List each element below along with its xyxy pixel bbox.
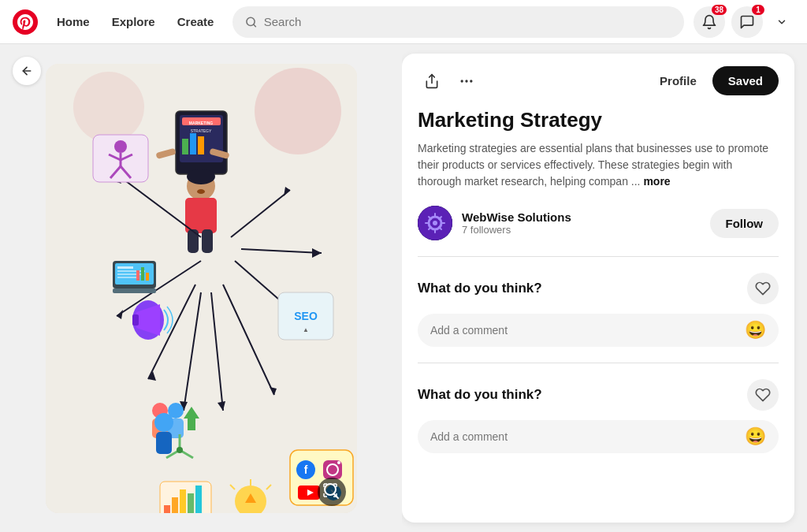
chat-icon bbox=[739, 14, 755, 30]
svg-text:STRATEGY: STRATEGY bbox=[190, 128, 211, 133]
comment-input-1[interactable] bbox=[430, 324, 738, 337]
comment-section-1: What do you think? 😀 bbox=[418, 273, 779, 347]
notification-badge: 38 bbox=[712, 5, 727, 15]
search-input[interactable] bbox=[264, 15, 671, 28]
top-nav: Home Explore Create 38 1 bbox=[0, 0, 807, 44]
comment-title-1: What do you think? bbox=[418, 281, 542, 296]
svg-rect-63 bbox=[172, 497, 178, 513]
heart-button-1[interactable] bbox=[747, 273, 779, 304]
svg-rect-85 bbox=[156, 432, 172, 454]
pin-description-text: Marketing strategies are essential plans… bbox=[418, 142, 768, 188]
chevron-down-icon bbox=[776, 17, 787, 28]
svg-point-103 bbox=[470, 80, 472, 82]
svg-rect-20 bbox=[188, 229, 199, 253]
search-icon bbox=[245, 16, 257, 28]
nav-explore[interactable]: Explore bbox=[102, 9, 165, 35]
svg-rect-54 bbox=[146, 273, 149, 281]
heart-icon-1 bbox=[755, 281, 771, 296]
detail-actions-left bbox=[418, 67, 481, 95]
pin-image-container: MARKETING STRATEGY bbox=[46, 64, 357, 513]
account-chevron[interactable] bbox=[769, 9, 794, 35]
more-dots-icon bbox=[459, 73, 474, 89]
svg-rect-21 bbox=[202, 229, 213, 253]
svg-rect-19 bbox=[185, 198, 217, 233]
svg-point-17 bbox=[197, 189, 205, 194]
svg-point-97 bbox=[318, 478, 346, 506]
emoji-button-2[interactable]: 😀 bbox=[745, 426, 766, 447]
pin-description: Marketing strategies are essential plans… bbox=[418, 140, 779, 190]
svg-rect-48 bbox=[117, 266, 133, 269]
svg-text:MARKETING: MARKETING bbox=[188, 121, 212, 125]
detail-header: Profile Saved bbox=[402, 54, 794, 105]
divider-1 bbox=[418, 256, 779, 257]
comment-input-row-1: 😀 bbox=[418, 314, 779, 347]
marketing-strategy-svg: MARKETING STRATEGY bbox=[46, 64, 357, 513]
search-bar bbox=[232, 6, 684, 38]
heart-button-2[interactable] bbox=[747, 379, 779, 411]
heart-icon-2 bbox=[755, 387, 771, 403]
message-badge: 1 bbox=[752, 5, 764, 15]
svg-rect-12 bbox=[190, 133, 196, 154]
svg-rect-11 bbox=[182, 139, 188, 154]
notifications-button[interactable]: 38 bbox=[694, 6, 725, 38]
svg-point-4 bbox=[255, 68, 341, 154]
follow-button[interactable]: Follow bbox=[710, 209, 779, 238]
author-avatar bbox=[418, 206, 452, 240]
svg-rect-64 bbox=[180, 489, 186, 513]
detail-actions-right: Profile Saved bbox=[650, 66, 779, 95]
main-content: MARKETING STRATEGY bbox=[0, 44, 807, 532]
back-button[interactable] bbox=[13, 57, 41, 85]
svg-point-101 bbox=[461, 80, 463, 82]
svg-point-107 bbox=[433, 221, 437, 225]
svg-text:▲: ▲ bbox=[303, 326, 309, 333]
bell-icon bbox=[701, 14, 717, 30]
pin-detail-panel: Profile Saved Marketing Strategy Marketi… bbox=[402, 54, 794, 523]
author-row: WebWise Solutions 7 followers Follow bbox=[418, 206, 779, 240]
comment-header-1: What do you think? bbox=[418, 273, 779, 304]
comment-section-2: What do you think? 😀 bbox=[418, 379, 779, 453]
share-icon bbox=[424, 73, 440, 89]
share-button[interactable] bbox=[418, 67, 446, 95]
more-options-button[interactable] bbox=[452, 67, 481, 95]
pinterest-logo[interactable] bbox=[13, 9, 38, 35]
pin-image-panel: MARKETING STRATEGY bbox=[0, 44, 402, 532]
svg-rect-53 bbox=[141, 267, 144, 281]
svg-rect-62 bbox=[164, 505, 170, 513]
pin-illustration: MARKETING STRATEGY bbox=[46, 64, 357, 513]
svg-point-89 bbox=[177, 447, 183, 453]
nav-create[interactable]: Create bbox=[168, 9, 224, 35]
nav-home[interactable]: Home bbox=[47, 9, 99, 35]
svg-point-79 bbox=[337, 461, 340, 464]
author-name[interactable]: WebWise Solutions bbox=[462, 210, 701, 224]
author-info: WebWise Solutions 7 followers bbox=[462, 210, 701, 236]
more-link[interactable]: more bbox=[643, 175, 670, 188]
svg-point-5 bbox=[73, 72, 144, 143]
comment-input-2[interactable] bbox=[430, 430, 738, 443]
svg-line-1 bbox=[254, 24, 256, 26]
profile-link[interactable]: Profile bbox=[650, 68, 706, 94]
comment-input-row-2: 😀 bbox=[418, 420, 779, 453]
messages-button[interactable]: 1 bbox=[731, 6, 763, 38]
svg-point-18 bbox=[187, 169, 215, 184]
svg-point-102 bbox=[465, 80, 467, 82]
saved-button[interactable]: Saved bbox=[712, 66, 779, 95]
svg-rect-52 bbox=[136, 270, 139, 281]
svg-text:f: f bbox=[303, 463, 307, 476]
pin-title: Marketing Strategy bbox=[418, 108, 779, 132]
back-arrow-icon bbox=[20, 65, 33, 77]
svg-rect-66 bbox=[195, 485, 202, 513]
svg-rect-55 bbox=[113, 288, 156, 293]
header-right: 38 1 bbox=[694, 6, 794, 38]
svg-point-91 bbox=[114, 140, 127, 153]
svg-rect-65 bbox=[188, 493, 194, 513]
author-avatar-icon bbox=[418, 206, 452, 240]
svg-rect-51 bbox=[117, 277, 137, 278]
svg-text:SEO: SEO bbox=[294, 310, 318, 322]
author-followers: 7 followers bbox=[462, 224, 701, 236]
comment-title-2: What do you think? bbox=[418, 387, 542, 403]
comment-header-2: What do you think? bbox=[418, 379, 779, 411]
detail-content: Marketing Strategy Marketing strategies … bbox=[402, 105, 794, 475]
divider-2 bbox=[418, 363, 779, 363]
svg-point-84 bbox=[154, 413, 173, 432]
emoji-button-1[interactable]: 😀 bbox=[745, 320, 766, 340]
